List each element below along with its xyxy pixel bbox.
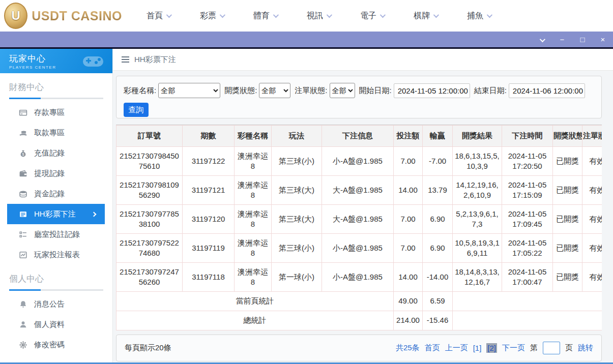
col-draw-result: 開獎結果 (453, 126, 502, 147)
nav-item-board-games[interactable]: 棋牌 (414, 11, 437, 21)
bet-report-icon (18, 250, 27, 259)
summary-row-current-page: 當前頁統計 49.00 6.59 (116, 292, 602, 311)
page-size-text: 每頁顯示20條 (125, 343, 171, 353)
nav-item-video[interactable]: 視訊 (307, 11, 331, 21)
nav-label: 體育 (253, 11, 270, 21)
col-order-status: 注單狀態 (582, 126, 602, 147)
start-date-input[interactable] (394, 83, 470, 98)
search-button[interactable]: 查詢 (124, 103, 149, 117)
sidebar-section-finance: 財務中心 (0, 73, 112, 102)
summary-empty (453, 292, 602, 311)
sidebar-item-withdrawal-record[interactable]: 提現記錄 (0, 163, 112, 184)
pagination-prev[interactable]: 上一页 (445, 343, 468, 353)
sidebar-item-withdraw[interactable]: 取款專區 (0, 123, 112, 143)
window-minimize-button[interactable]: − (558, 36, 566, 43)
cell-order-status: 有效 (582, 205, 602, 234)
table-row: 2152173079752274680 31197119 澳洲幸运8 第三球(小… (116, 234, 602, 263)
chevron-down-icon (220, 12, 225, 18)
page-title: HH彩票下注 (134, 55, 176, 65)
cell-draw-result: 5,2,13,9,6,1,7,3 (453, 205, 502, 234)
section-title: 財務中心 (9, 81, 103, 93)
sidebar-item-label: 取款專區 (34, 128, 65, 138)
goto-suffix: 页 (565, 343, 573, 353)
table-row: 2152173079778538100 31197120 澳洲幸运8 第三球(大… (116, 205, 602, 234)
deposit-icon (18, 108, 27, 117)
hamburger-icon[interactable] (122, 56, 129, 63)
sidebar-item-player-bet-report[interactable]: 玩家投注報表 (0, 245, 112, 265)
pagination-page-1[interactable]: [1] (473, 344, 482, 352)
lottery-select[interactable]: 全部 (158, 83, 220, 98)
profile-icon (18, 320, 27, 329)
brand-name: USDT CASINO (32, 9, 122, 23)
pagination-page-2-current[interactable]: [2] (486, 343, 497, 353)
lottery-select-label: 彩種名稱: (124, 86, 156, 96)
cell-win-loss: -7.00 (423, 147, 453, 176)
cell-draw-status: 已開獎 (553, 205, 582, 234)
pagination-first[interactable]: 首页 (425, 343, 440, 353)
nav-item-lottery[interactable]: 彩票 (200, 11, 224, 21)
end-date-input[interactable] (509, 83, 585, 98)
nav-item-sports[interactable]: 體育 (253, 11, 277, 21)
brand-logo[interactable]: U USDT CASINO (4, 3, 122, 29)
cell-play-type: 第一球(小) (272, 263, 322, 292)
summary-empty (453, 311, 602, 330)
cell-play-type: 第三球(大) (272, 205, 322, 234)
sidebar-item-label: 玩家投注報表 (34, 250, 80, 260)
nav-item-fishing[interactable]: 捕魚 (467, 11, 491, 21)
sidebar-item-profile[interactable]: 個人資料 (0, 314, 112, 335)
sidebar-item-change-password[interactable]: 修改密碼 (0, 335, 112, 355)
sidebar-item-hh-lottery-bets[interactable]: HH彩票下注 (7, 204, 105, 224)
cell-order-id: 2152173079752274680 (116, 234, 183, 263)
cell-lottery: 澳洲幸运8 (235, 263, 272, 292)
nav-item-home[interactable]: 首頁 (147, 11, 170, 21)
cell-draw-status: 已開獎 (553, 234, 582, 263)
section-divider (9, 98, 103, 99)
cell-order-status: 有效 (582, 263, 602, 292)
svg-text:$: $ (22, 153, 24, 156)
chevron-down-icon (327, 12, 332, 18)
chevron-down-icon (433, 12, 439, 18)
cell-bet-time: 2024-11-05 17:05:22 (502, 234, 553, 263)
cell-period: 31197120 (183, 205, 235, 234)
cell-order-status: 有效 (582, 147, 602, 176)
goto-button[interactable]: 跳转 (578, 343, 593, 353)
nav-item-slots[interactable]: 電子 (360, 11, 384, 21)
cell-win-loss: 6.90 (423, 205, 453, 234)
cell-bet-time: 2024-11-05 17:00:47 (502, 263, 553, 292)
cell-period: 31197119 (183, 234, 235, 263)
summary-win-loss: -15.46 (423, 311, 453, 330)
cell-draw-status: 已開獎 (553, 263, 582, 292)
sidebar-item-label: 資金記錄 (34, 189, 65, 199)
start-date-label: 開始日期: (359, 86, 392, 96)
pagination-next[interactable]: 下一页 (502, 343, 525, 353)
sidebar-item-label: 存款專區 (34, 108, 65, 117)
goto-page-input[interactable] (543, 342, 560, 354)
cell-order-status: 有效 (582, 176, 602, 205)
cell-win-loss: -14.00 (423, 263, 453, 292)
main-panel: HH彩票下注 彩種名稱: 全部 開獎狀態: 全部 注單狀態: 全部 開始日期: … (113, 49, 613, 364)
window-dropdown-chevron-icon[interactable] (538, 36, 546, 43)
cell-win-loss: 6.90 (423, 234, 453, 263)
sidebar-item-deposit[interactable]: 存款專區 (0, 102, 112, 123)
sidebar-item-notices[interactable]: 消息公告 (0, 294, 112, 314)
password-gear-icon (18, 340, 27, 349)
window-maximize-button[interactable]: □ (578, 36, 587, 43)
app-window: U USDT CASINO 首頁 彩票 體育 視訊 電子 棋牌 捕魚 − □ ×… (0, 0, 613, 364)
draw-status-select[interactable]: 全部 (259, 83, 290, 98)
col-bet-amount: 投注額 (394, 126, 423, 147)
funds-record-icon (18, 189, 27, 198)
sidebar-item-label: 提現記錄 (34, 169, 65, 178)
cell-win-loss: 13.79 (423, 176, 453, 205)
sidebar-item-funds-record[interactable]: 資金記錄 (0, 184, 112, 204)
cell-order-status: 有效 (582, 234, 602, 263)
brand-coin-letter: U (11, 9, 20, 23)
col-bet-time: 下注時間 (502, 126, 553, 147)
pagination-controls: 共25条 首页 上一页 [1] [2] 下一页 第 页 跳转 (396, 342, 593, 354)
sidebar-item-recharge-record[interactable]: $ 充值記錄 (0, 143, 112, 163)
window-close-button[interactable]: × (599, 36, 607, 43)
sidebar-section-personal: 個人中心 (0, 265, 112, 294)
filter-row: 彩種名稱: 全部 開獎狀態: 全部 注單狀態: 全部 開始日期: 結束日期: (124, 83, 601, 98)
order-status-select[interactable]: 全部 (330, 83, 355, 98)
breadcrumb: HH彩票下注 (113, 49, 613, 71)
sidebar-item-room-bet-record[interactable]: 廳室投註記錄 (0, 224, 112, 245)
